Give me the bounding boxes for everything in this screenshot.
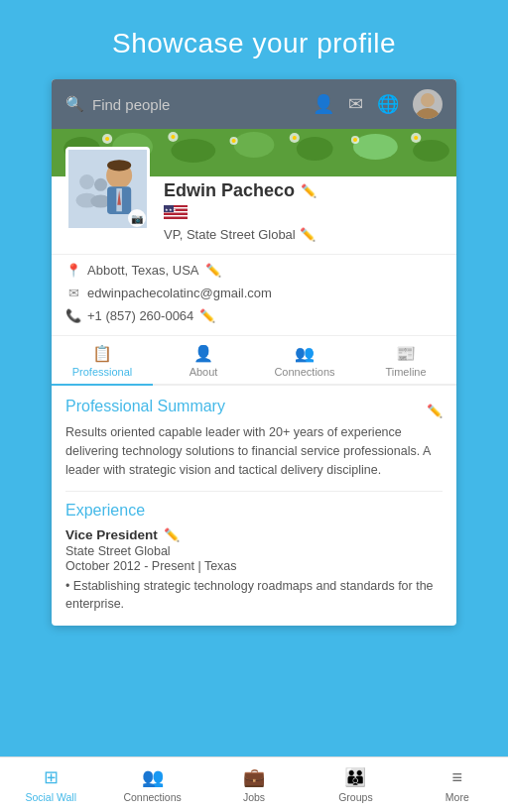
bottom-nav-social-wall[interactable]: ⊞ Social Wall xyxy=(0,766,101,803)
header-title: Showcase your profile xyxy=(20,28,488,59)
groups-nav-icon: 👪 xyxy=(344,766,366,788)
svg-rect-37 xyxy=(164,215,188,217)
profile-photo-wrap: 📷 xyxy=(65,147,150,231)
tab-about[interactable]: 👤 About xyxy=(153,336,254,386)
svg-text:★★★: ★★★ xyxy=(165,207,177,212)
phone-edit-icon[interactable]: ✏️ xyxy=(199,308,215,323)
phone-text: +1 (857) 260-0064 xyxy=(87,308,193,323)
bottom-nav-more[interactable]: ≡ More xyxy=(407,767,508,803)
header-section: Showcase your profile xyxy=(0,0,508,79)
tab-connections[interactable]: 👥 Connections xyxy=(254,336,355,386)
svg-point-25 xyxy=(94,178,107,191)
location-row: 📍 Abbott, Texas, USA ✏️ xyxy=(65,259,443,282)
email-icon: ✉ xyxy=(65,286,81,300)
profile-tab-bar: 📋 Professional 👤 About 👥 Connections 📰 T… xyxy=(52,335,456,386)
experience-section: Experience Vice President ✏️ State Stree… xyxy=(65,502,443,613)
location-text: Abbott, Texas, USA xyxy=(87,263,199,278)
job-title: Vice President xyxy=(65,527,158,542)
job-company: State Street Global xyxy=(65,544,443,558)
svg-point-7 xyxy=(297,137,333,161)
timeline-tab-label: Timeline xyxy=(385,366,426,378)
svg-point-13 xyxy=(171,135,175,139)
jobs-nav-icon: 💼 xyxy=(243,766,265,788)
about-tab-icon: 👤 xyxy=(193,344,213,363)
bottom-nav-connections[interactable]: 👥 Connections xyxy=(101,766,202,803)
svg-point-19 xyxy=(353,138,357,142)
user-avatar-nav[interactable] xyxy=(413,89,443,119)
camera-icon[interactable]: 📷 xyxy=(128,209,146,227)
bottom-nav-jobs[interactable]: 💼 Jobs xyxy=(203,766,305,803)
search-nav-icons: 👤 ✉ 🌐 xyxy=(313,89,443,119)
svg-point-5 xyxy=(171,139,215,163)
profile-name: Edwin Pacheco xyxy=(164,180,295,201)
svg-point-9 xyxy=(413,140,449,162)
svg-point-17 xyxy=(293,136,297,140)
professional-summary-section: Professional Summary ✏️ Results oriented… xyxy=(65,398,443,479)
experience-title: Experience xyxy=(65,502,443,520)
professional-tab-icon: 📋 xyxy=(92,344,112,363)
jobs-nav-label: Jobs xyxy=(243,791,265,803)
svg-point-23 xyxy=(79,174,94,189)
professional-summary-title: Professional Summary xyxy=(65,398,225,415)
svg-rect-38 xyxy=(164,217,188,219)
phone-icon: 📞 xyxy=(65,308,81,323)
search-icon: 🔍 xyxy=(65,95,84,113)
timeline-tab-icon: 📰 xyxy=(396,344,416,363)
more-nav-label: More xyxy=(445,791,469,803)
people-icon[interactable]: 👤 xyxy=(313,93,334,115)
more-nav-icon: ≡ xyxy=(452,767,463,788)
svg-point-15 xyxy=(232,139,236,143)
about-tab-label: About xyxy=(190,366,218,378)
svg-point-0 xyxy=(421,93,435,107)
svg-point-8 xyxy=(353,134,398,160)
job-title-row: Vice President ✏️ xyxy=(65,527,443,542)
svg-point-11 xyxy=(105,137,109,141)
bottom-nav: ⊞ Social Wall 👥 Connections 💼 Jobs 👪 Gro… xyxy=(0,756,508,812)
location-icon: 📍 xyxy=(65,263,81,278)
svg-point-6 xyxy=(234,132,275,158)
social-wall-icon: ⊞ xyxy=(44,766,59,788)
connections-tab-label: Connections xyxy=(274,366,334,378)
professional-tab-label: Professional xyxy=(72,366,133,378)
bottom-nav-groups[interactable]: 👪 Groups xyxy=(305,766,406,803)
content-area: Professional Summary ✏️ Results oriented… xyxy=(52,386,456,626)
message-icon[interactable]: ✉ xyxy=(348,93,363,115)
groups-nav-label: Groups xyxy=(338,791,372,803)
email-text: edwinpachecolatinc@gmail.com xyxy=(87,286,272,300)
tab-timeline[interactable]: 📰 Timeline xyxy=(355,336,456,386)
name-edit-icon[interactable]: ✏️ xyxy=(301,183,317,198)
search-bar: 🔍 Find people 👤 ✉ 🌐 xyxy=(52,79,456,129)
svg-point-1 xyxy=(416,108,440,119)
contact-section: 📍 Abbott, Texas, USA ✏️ ✉ edwinpachecola… xyxy=(52,254,456,335)
email-row: ✉ edwinpachecolatinc@gmail.com xyxy=(65,282,443,304)
connections-nav-icon: 👥 xyxy=(142,766,164,788)
connections-tab-icon: 👥 xyxy=(295,344,315,363)
title-edit-icon[interactable]: ✏️ xyxy=(300,227,316,242)
phone-row: 📞 +1 (857) 260-0064 ✏️ xyxy=(65,304,443,327)
professional-summary-text: Results oriented capable leader with 20+… xyxy=(65,423,443,479)
profile-name-row: Edwin Pacheco ✏️ xyxy=(164,180,443,201)
country-flag: ★★★ xyxy=(164,205,443,223)
main-card: 🔍 Find people 👤 ✉ 🌐 xyxy=(52,79,456,626)
summary-edit-icon[interactable]: ✏️ xyxy=(427,404,443,418)
location-edit-icon[interactable]: ✏️ xyxy=(205,263,221,278)
job-bullet: • Establishing strategic technology road… xyxy=(65,577,443,613)
job-edit-icon[interactable]: ✏️ xyxy=(164,527,180,542)
connections-nav-label: Connections xyxy=(123,791,181,803)
globe-icon[interactable]: 🌐 xyxy=(377,93,399,115)
svg-point-31 xyxy=(107,160,131,171)
profile-job-title: VP, State Street Global xyxy=(164,227,296,242)
section-divider xyxy=(65,491,443,492)
svg-point-21 xyxy=(414,136,418,140)
job-dates: October 2012 - Present | Texas xyxy=(65,559,443,573)
social-wall-label: Social Wall xyxy=(25,791,76,803)
svg-rect-36 xyxy=(164,213,188,215)
profile-title-row: VP, State Street Global ✏️ xyxy=(164,227,443,242)
search-input[interactable]: Find people xyxy=(92,96,305,113)
tab-professional[interactable]: 📋 Professional xyxy=(52,336,153,386)
